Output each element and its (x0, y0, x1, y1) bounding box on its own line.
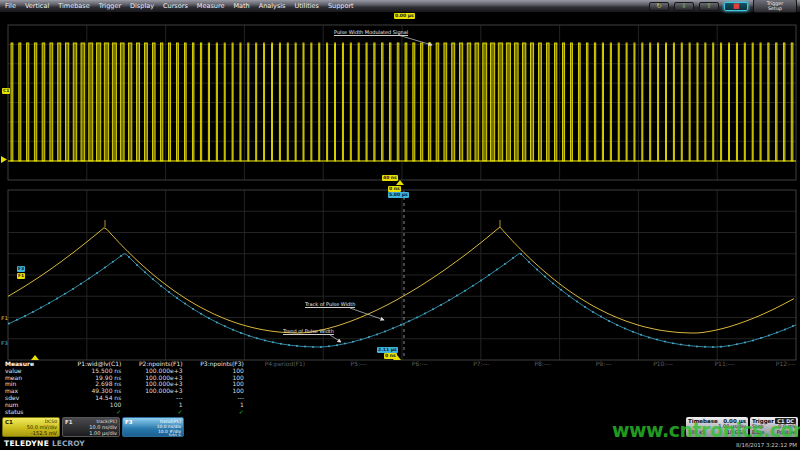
measure-sdev-p12 (736, 395, 797, 402)
trend-label: Trend of Pulse Width (283, 328, 334, 335)
brand-logo: TELEDYNELECROY (4, 439, 85, 448)
menu-item-support[interactable]: Support (328, 0, 354, 12)
measure-mean-p7 (430, 375, 491, 382)
position-marker-3[interactable] (1, 156, 7, 163)
c1-trace-badge[interactable]: C1 (2, 88, 10, 94)
measure-num-p12 (736, 402, 797, 409)
track-label: Track of Pulse Width (305, 301, 355, 308)
menu-item-vertical[interactable]: Vertical (25, 0, 49, 12)
measure-col-p7[interactable]: P7:--- (430, 361, 491, 368)
measure-status-p6 (368, 409, 429, 416)
measure-max-p6 (368, 388, 429, 395)
measure-col-p6[interactable]: P6:--- (368, 361, 429, 368)
measure-min-p11 (675, 381, 736, 388)
measure-status-p5 (307, 409, 368, 416)
measure-mean-p6 (368, 375, 429, 382)
measure-status-p10 (614, 409, 675, 416)
measure-min-p2: 100.000e+3 (123, 381, 184, 388)
menu-item-cursors[interactable]: Cursors (163, 0, 188, 12)
measure-col-p11[interactable]: P11:--- (675, 361, 736, 368)
measure-min-p10 (614, 381, 675, 388)
track-label-leader (350, 308, 384, 320)
measure-col-p10[interactable]: P10:--- (614, 361, 675, 368)
measure-num-p9 (552, 402, 613, 409)
channel-box-c1[interactable]: C1DC5050.0 mV/div-152.5 mV (2, 417, 60, 437)
measure-value-p4 (246, 368, 307, 375)
menu-item-trigger[interactable]: Trigger (99, 0, 121, 12)
measure-status-p11 (675, 409, 736, 416)
measure-value-p9 (552, 368, 613, 375)
measure-col-p4[interactable]: P4:period(F1) (246, 361, 307, 368)
save-waveform-icon: ⇩ (681, 3, 686, 9)
f1-zero-marker[interactable]: F1 (1, 316, 8, 321)
measure-mean-p4 (246, 375, 307, 382)
measure-status-p12 (736, 409, 797, 416)
pwm-signal-label: Pulse Width Modulated Signal (334, 29, 408, 36)
channel-c1-line-1: -152.5 mV (5, 431, 57, 437)
grid-bottom (8, 190, 796, 360)
measure-num-p3: 1 (185, 402, 246, 409)
measure-sdev-p11 (675, 395, 736, 402)
delay-badge[interactable]: 40 ns (382, 175, 398, 181)
measure-col-p8[interactable]: P8:--- (491, 361, 552, 368)
measure-status-check-p3: ✓ (185, 409, 246, 416)
measure-min-p9 (552, 381, 613, 388)
measure-value-p11 (675, 368, 736, 375)
measure-row-label-value: value (0, 368, 62, 375)
menu-item-utilities[interactable]: Utilities (294, 0, 318, 12)
trigger-setup-button[interactable]: Trigger Setup (753, 0, 797, 13)
menu-item-display[interactable]: Display (130, 0, 154, 12)
measure-max-p8 (491, 388, 552, 395)
measure-max-p7 (430, 388, 491, 395)
toolbar-buttons: ↻⇩⇧■ (649, 2, 748, 11)
f1-cursor-badge[interactable]: 0 ns (384, 353, 397, 359)
measure-mean-p9 (552, 375, 613, 382)
measure-min-p6 (368, 381, 429, 388)
measure-value-p1: 15.500 ns (62, 368, 123, 375)
save-waveform-button[interactable]: ⇩ (674, 2, 694, 11)
menu-item-analysis[interactable]: Analysis (259, 0, 286, 12)
measure-col-p1[interactable]: P1:wid@lv(C1) (62, 361, 123, 368)
f1-offset-badge[interactable]: 0 ns (388, 186, 401, 192)
measure-status-p9 (552, 409, 613, 416)
channel-id-c1: C1 (5, 419, 13, 425)
position-marker-0[interactable] (396, 180, 404, 185)
measure-num-p7 (430, 402, 491, 409)
measure-table-title: Measure (0, 361, 62, 368)
measure-min-p8 (491, 381, 552, 388)
measure-col-p5[interactable]: P5:--- (307, 361, 368, 368)
oscilloscope-screen: FileVerticalTimebaseTriggerDisplayCursor… (0, 0, 800, 450)
measure-col-p12[interactable]: P12:--- (736, 361, 797, 368)
measure-col-p2[interactable]: P2:npoints(F1) (123, 361, 184, 368)
position-marker-2[interactable] (31, 355, 39, 360)
f3-cursor-badge[interactable]: 2.11 µs (377, 347, 398, 353)
track-trace (8, 220, 794, 333)
measure-sdev-p7 (430, 395, 491, 402)
undo-icon: ↻ (656, 3, 661, 9)
menu-item-file[interactable]: File (5, 0, 16, 12)
channel-box-f3[interactable]: F3trend(P1)10.0 ns/div10.0 #/div500 S (122, 417, 184, 437)
channel-f3-line-2: 500 S (125, 434, 181, 437)
menu-item-math[interactable]: Math (233, 0, 249, 12)
f1-left-badge[interactable]: F1 (17, 273, 25, 279)
measure-col-p3[interactable]: P3:npoints(F3) (185, 361, 246, 368)
measure-min-p5 (307, 381, 368, 388)
trigger-time-badge[interactable]: 0.00 µs (394, 13, 415, 19)
measure-status-p7 (430, 409, 491, 416)
measure-num-p11 (675, 402, 736, 409)
measure-col-p9[interactable]: P9:--- (552, 361, 613, 368)
f3-zero-marker[interactable]: F3 (1, 341, 8, 346)
measure-status-check-p2: ✓ (123, 409, 184, 416)
measure-sdev-p9 (552, 395, 613, 402)
f3-left-badge[interactable]: F3 (17, 266, 25, 272)
undo-button[interactable]: ↻ (649, 2, 669, 11)
measure-min-p1: 2.698 ns (62, 381, 123, 388)
menu-item-measure[interactable]: Measure (197, 0, 225, 12)
stop-acquisition-button[interactable]: ■ (724, 2, 748, 11)
f3-offset-badge[interactable]: 5.00 µs (388, 192, 409, 198)
recall-waveform-button[interactable]: ⇧ (699, 2, 719, 11)
brand-lecroy: LECROY (52, 439, 85, 448)
menu-item-timebase[interactable]: Timebase (58, 0, 89, 12)
channel-box-f1[interactable]: F1track(P1)10.0 ns/div1.00 µs/div (62, 417, 120, 437)
measure-num-p8 (491, 402, 552, 409)
